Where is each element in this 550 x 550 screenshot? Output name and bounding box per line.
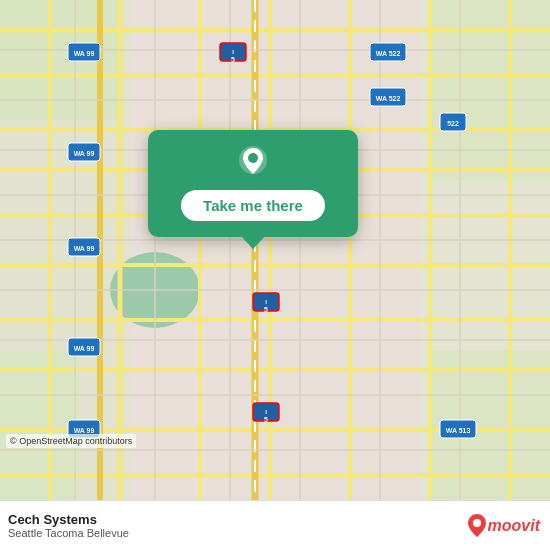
footer-info: Cech Systems Seattle Tacoma Bellevue: [8, 512, 129, 539]
map-container: WA 99 WA 99 WA 99 WA 99 WA 99 WA 522 WA …: [0, 0, 550, 500]
svg-text:WA 99: WA 99: [74, 50, 95, 57]
svg-text:WA 99: WA 99: [74, 345, 95, 352]
svg-text:WA 99: WA 99: [74, 427, 95, 434]
osm-attribution: © OpenStreetMap contributors: [6, 434, 136, 448]
svg-text:5: 5: [231, 56, 235, 63]
popup-card: Take me there: [148, 130, 358, 237]
svg-text:522: 522: [447, 120, 459, 127]
footer-bar: Cech Systems Seattle Tacoma Bellevue moo…: [0, 500, 550, 550]
svg-text:WA 522: WA 522: [376, 95, 401, 102]
svg-point-72: [473, 519, 481, 527]
svg-text:WA 513: WA 513: [446, 427, 471, 434]
moovit-pin-icon: [466, 513, 488, 539]
svg-text:WA 99: WA 99: [74, 245, 95, 252]
location-region: Seattle Tacoma Bellevue: [8, 527, 129, 539]
moovit-text: moovit: [488, 517, 540, 535]
take-me-there-button[interactable]: Take me there: [181, 190, 325, 221]
moovit-logo: moovit: [466, 513, 540, 539]
svg-text:5: 5: [264, 306, 268, 313]
svg-text:5: 5: [264, 416, 268, 423]
svg-text:WA 99: WA 99: [74, 150, 95, 157]
location-name: Cech Systems: [8, 512, 129, 527]
svg-point-71: [248, 153, 258, 163]
svg-text:WA 522: WA 522: [376, 50, 401, 57]
map-svg: WA 99 WA 99 WA 99 WA 99 WA 99 WA 522 WA …: [0, 0, 550, 500]
svg-rect-5: [430, 0, 550, 180]
location-pin-icon: [234, 144, 272, 182]
